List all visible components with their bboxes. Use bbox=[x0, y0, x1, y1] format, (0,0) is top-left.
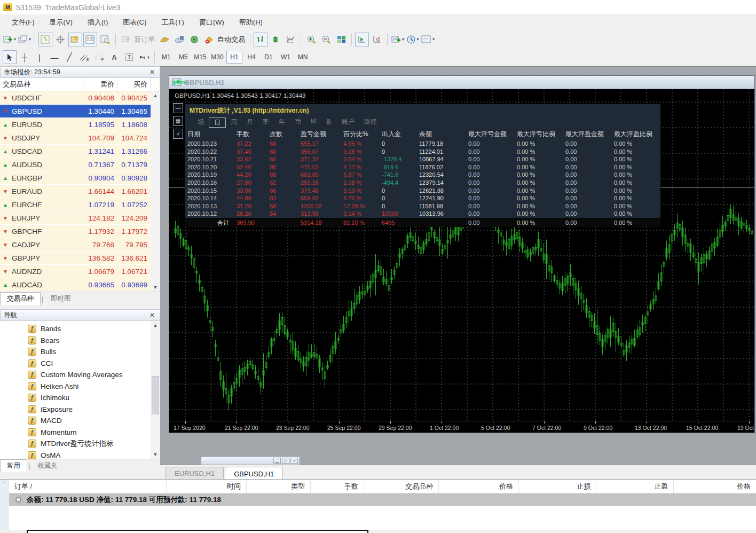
terminal-gutter[interactable]: ‹ bbox=[0, 480, 9, 530]
market-watch-tab-1[interactable]: 即时图 bbox=[44, 293, 77, 305]
terminal-column-header[interactable]: 止损 bbox=[518, 480, 596, 493]
crosshair-tool-button[interactable]: ┼ bbox=[18, 50, 32, 64]
collapse-icon[interactable]: — bbox=[173, 103, 183, 113]
scroll-down-icon[interactable]: ▼ bbox=[151, 283, 160, 292]
menu-item[interactable]: 窗口(W) bbox=[192, 15, 232, 29]
market-watch-row[interactable]: ▲AUDUSD0.713670.71379 bbox=[0, 158, 160, 171]
timeframe-m15[interactable]: M15 bbox=[192, 51, 208, 64]
strategy-tester-button[interactable] bbox=[98, 33, 112, 46]
image-icon[interactable]: ▦ bbox=[173, 116, 183, 126]
market-watch-row[interactable]: ▼GBPUSD1.304401.30465 bbox=[0, 105, 160, 118]
bar-chart-mode-button[interactable] bbox=[254, 33, 267, 46]
market-watch-row[interactable]: ▲EURCHF1.072191.07252 bbox=[0, 198, 160, 211]
candlestick-mode-button[interactable] bbox=[269, 33, 282, 46]
maximize-icon[interactable]: □ bbox=[282, 458, 289, 464]
timeframe-m1[interactable]: M1 bbox=[158, 51, 174, 64]
stats-tab-备[interactable]: 备 bbox=[321, 117, 337, 128]
autotrading-button[interactable] bbox=[202, 33, 216, 46]
market-watch-row[interactable]: ▲AUDCAD0.936650.93699 bbox=[0, 278, 160, 292]
stats-tab-综[interactable]: 综 bbox=[193, 117, 209, 128]
zoom-out-button[interactable] bbox=[319, 33, 333, 46]
column-bid[interactable]: 卖价 bbox=[84, 78, 117, 91]
scroll-up-icon[interactable]: ▲ bbox=[151, 321, 160, 330]
fibonacci-tool-button[interactable]: F bbox=[92, 50, 106, 64]
menu-item[interactable]: 文件(F) bbox=[4, 15, 42, 29]
market-watch-row[interactable]: ▼USDJPY104.709104.724 bbox=[0, 131, 160, 145]
check-icon[interactable]: √ bbox=[173, 129, 183, 139]
line-chart-mode-button[interactable] bbox=[284, 33, 297, 46]
chart-shift-button[interactable] bbox=[370, 33, 384, 46]
mtdriver-stats-panel[interactable]: MTDriver统计 ,V1.93 (http://mtdriver.cn) 综… bbox=[185, 104, 661, 221]
trendline-tool-button[interactable]: ╱ bbox=[62, 50, 76, 64]
time-axis[interactable]: 17 Sep 202021 Sep 22:0023 Sep 22:0025 Se… bbox=[169, 421, 754, 433]
navigator-item[interactable]: ƒCCI bbox=[0, 358, 160, 370]
navigator-toggle-button[interactable] bbox=[68, 33, 82, 46]
background-window-edge[interactable] bbox=[27, 530, 368, 533]
stats-tab-日[interactable]: 日 bbox=[209, 117, 226, 128]
navigator-tab-0[interactable]: 常用 bbox=[0, 459, 27, 472]
market-watch-row[interactable]: ▲USDCAD1.312411.31266 bbox=[0, 145, 160, 158]
menu-item[interactable]: 插入(I) bbox=[80, 15, 115, 29]
market-watch-row[interactable]: ▼CADJPY79.76879.795 bbox=[0, 238, 160, 252]
terminal-column-header[interactable]: 手数 bbox=[310, 480, 364, 493]
market-watch-row[interactable]: ▲EURGBP0.909040.90928 bbox=[0, 171, 160, 185]
navigator-item[interactable]: ƒiExposure bbox=[0, 404, 160, 416]
navigator-header[interactable]: 导航 ✕ bbox=[0, 309, 160, 321]
stats-tab-路径[interactable]: 路径 bbox=[359, 117, 382, 128]
market-watch-row[interactable]: ▼GBPJPY136.582136.621 bbox=[0, 252, 160, 265]
restore-icon[interactable]: ▁ bbox=[273, 458, 281, 464]
timeframe-m30[interactable]: M30 bbox=[209, 51, 225, 64]
navigator-item[interactable]: ƒHeiken Ashi bbox=[0, 381, 160, 393]
horizontal-line-tool-button[interactable]: — bbox=[48, 50, 61, 64]
navigator-item[interactable]: ƒMomentum bbox=[0, 427, 160, 438]
market-watch-close-icon[interactable]: ✕ bbox=[148, 68, 156, 76]
data-window-button[interactable] bbox=[53, 33, 67, 46]
navigator-item[interactable]: ƒIchimoku bbox=[0, 392, 160, 404]
market-watch-row[interactable]: ▼AUDNZD1.066791.06721 bbox=[0, 265, 160, 278]
timeframe-h4[interactable]: H4 bbox=[243, 51, 259, 64]
navigator-item[interactable]: ƒBands bbox=[0, 323, 160, 335]
market-watch-row[interactable]: ▼GBPCHF1.179321.17972 bbox=[0, 225, 160, 238]
timeframe-mn[interactable]: MN bbox=[295, 51, 311, 64]
market-watch-row[interactable]: ▼USDCHF0.904060.90425 bbox=[0, 91, 160, 105]
terminal-column-header[interactable]: 止盈 bbox=[596, 480, 673, 493]
menu-item[interactable]: 帮助(H) bbox=[232, 15, 270, 29]
tile-windows-button[interactable] bbox=[334, 33, 348, 46]
timeframe-d1[interactable]: D1 bbox=[261, 51, 277, 64]
stats-tab-M[interactable]: M bbox=[306, 117, 321, 128]
new-order-button[interactable] bbox=[119, 33, 133, 46]
navigator-item[interactable]: ƒBulls bbox=[0, 346, 160, 358]
stats-tab-年[interactable]: 年 bbox=[274, 117, 290, 128]
stats-tab-月[interactable]: 月 bbox=[242, 117, 258, 128]
menu-item[interactable]: 图表(C) bbox=[115, 15, 154, 29]
close-icon[interactable]: × bbox=[290, 458, 298, 464]
stats-tab-季[interactable]: 季 bbox=[258, 117, 274, 128]
terminal-tab-orders[interactable]: 订单 / bbox=[9, 480, 166, 493]
minimized-chart-window[interactable]: ▁ □ × bbox=[201, 456, 300, 465]
window-titlebar[interactable]: M 531539: TradeMaxGlobal-Live3 bbox=[0, 0, 756, 14]
auto-scroll-button[interactable] bbox=[355, 33, 369, 46]
new-chart-button[interactable] bbox=[3, 33, 17, 46]
terminal-column-header[interactable]: 类型 bbox=[246, 480, 310, 493]
publisher-cloud-button[interactable] bbox=[172, 33, 186, 46]
timeframe-h1[interactable]: H1 bbox=[226, 51, 242, 64]
market-watch-row[interactable]: ▼EURJPY124.182124.209 bbox=[0, 211, 160, 225]
stats-tab-币[interactable]: 币 bbox=[290, 117, 306, 128]
navigator-item[interactable]: ƒBears bbox=[0, 335, 160, 347]
menu-item[interactable]: 显示(V) bbox=[42, 15, 80, 29]
menu-item[interactable]: 工具(T) bbox=[154, 15, 192, 29]
market-watch-row[interactable]: ▲EURUSD1.185951.18608 bbox=[0, 118, 160, 131]
terminal-column-header[interactable]: 价格 bbox=[673, 480, 756, 493]
navigator-item[interactable]: ƒMTDriver盈亏统计指标 bbox=[0, 438, 160, 450]
autotrading-label[interactable]: 自动交易 bbox=[217, 35, 245, 44]
navigator-scrollbar[interactable]: ▲ ▼ bbox=[151, 321, 160, 459]
scrollbar-thumb[interactable] bbox=[152, 376, 159, 414]
expert-advisors-button[interactable] bbox=[158, 33, 171, 46]
new-order-label[interactable]: 新订单 bbox=[134, 35, 155, 44]
stats-tab-账户[interactable]: 账户 bbox=[337, 117, 359, 128]
market-watch-tab-0[interactable]: 交易品种 bbox=[0, 292, 41, 305]
market-watch-header[interactable]: 市场报价: 23:54:59 ✕ bbox=[0, 66, 160, 78]
timeframe-w1[interactable]: W1 bbox=[278, 51, 294, 64]
navigator-item[interactable]: ƒMACD bbox=[0, 415, 160, 427]
zoom-in-button[interactable] bbox=[304, 33, 318, 46]
